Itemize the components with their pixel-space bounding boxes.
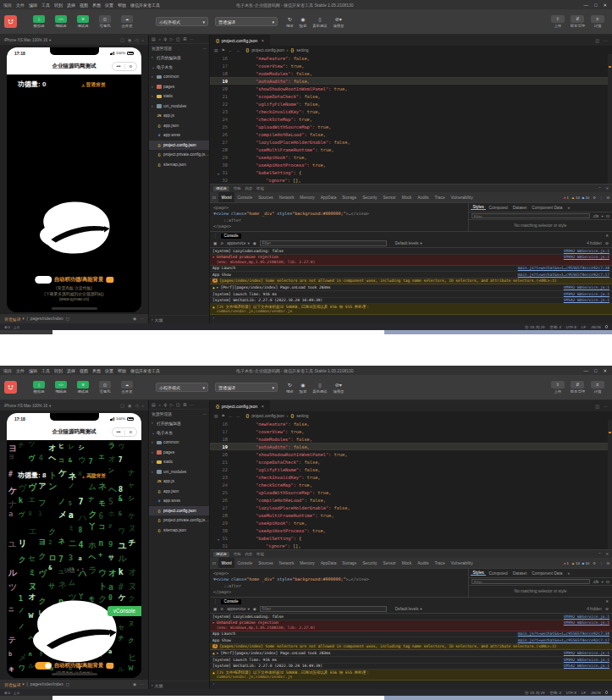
devtools-tab[interactable]: Wxml (218, 192, 234, 202)
tree-item[interactable]: {} project.private.config.js… (149, 515, 209, 526)
gear-icon[interactable]: ⚙ (593, 196, 596, 200)
status-item[interactable]: LF (582, 325, 586, 329)
devtools-tab[interactable]: Sensor (380, 558, 399, 568)
status-item[interactable]: 空格: 4 (549, 325, 560, 329)
exit-icon[interactable]: ⊙ (130, 430, 133, 434)
console-message[interactable]: App Launch main.js?t=wechat&s=1…c95565f4… (210, 631, 612, 638)
live-expression-icon[interactable]: ◉ (253, 241, 256, 245)
eye-icon[interactable]: ◉ (133, 317, 136, 321)
minimize-button[interactable]: — (584, 368, 589, 373)
breadcrumb-node[interactable]: setting (296, 48, 308, 52)
menu-item[interactable]: 界面 (92, 368, 101, 373)
errors-indicator[interactable]: ⊗0 (4, 325, 10, 329)
code-line[interactable]: 29 "useApiHook": true, (210, 519, 612, 526)
menu-item[interactable]: 视图 (80, 3, 88, 8)
page-path[interactable]: pages/index/index (30, 317, 63, 321)
outline-section[interactable]: › 大纲 (149, 681, 209, 689)
element-state-icon[interactable]: ⊡ (606, 580, 609, 584)
simulator-toolbar-icon[interactable]: ⌕ (141, 37, 144, 43)
code-line[interactable]: 25 "uploadWithSourceMap": true, (210, 488, 612, 496)
auto-merit-toggle[interactable] (35, 276, 52, 284)
editor-scrollbar[interactable] (608, 420, 612, 549)
copy-path-icon[interactable]: ▢ (66, 682, 70, 686)
copy-path-icon[interactable]: ▢ (66, 317, 70, 321)
close-icon[interactable]: ✕ (605, 599, 609, 604)
cls-toggle[interactable]: .cls (593, 214, 598, 218)
explorer-toolbar-icon[interactable]: ⋯ (190, 402, 194, 407)
explorer-toolbar-icon[interactable]: ▷ (170, 36, 174, 41)
console-sidebar-icon[interactable]: ▣ (213, 607, 217, 611)
menu-item[interactable]: 项目 (3, 3, 12, 8)
source-link[interactable]: VM992 WAService.js:1 (564, 255, 609, 259)
explorer-toolbar-icon[interactable]: ⌕ (158, 402, 161, 408)
compile-select[interactable]: 普通编译 ▾ (215, 383, 278, 392)
code-line[interactable]: 25 "uploadWithSourceMap": true, (210, 123, 612, 130)
devtools-tab[interactable]: Vulnerability (448, 192, 476, 202)
styles-pane-tab[interactable]: Dataset (510, 206, 529, 210)
menu-item[interactable]: 编辑 (29, 368, 37, 373)
cls-toggle[interactable]: .cls (593, 580, 598, 584)
source-link[interactable]: VM992 WAService.js:1 (564, 285, 609, 289)
panel-toggle-button[interactable]: ▯ 模拟器 (30, 15, 47, 29)
tree-item[interactable]: # app.wxss (149, 496, 209, 506)
editor-toolbar-icon[interactable]: ⚑ (222, 414, 225, 418)
code-line[interactable]: 20 "showShadowRootInWxmlPanel": true, (210, 85, 612, 92)
editor-toolbar-icon[interactable]: ⚑ (222, 48, 225, 52)
issue-badge[interactable]: ■10 (582, 196, 589, 200)
code-line[interactable]: 27 "lazyloadPlaceHolderEnable": false, (210, 138, 612, 146)
devtools-tab[interactable]: Trace (432, 558, 448, 568)
live-expression-icon[interactable]: ◉ (253, 607, 256, 611)
devtools-tab[interactable]: Sources (256, 192, 277, 202)
panel-toggle-button[interactable]: ☁ 云开发 (119, 381, 135, 394)
console-drawer-tab[interactable]: Console (221, 599, 242, 604)
background-mode-button[interactable]: ▲ 高能背景 (81, 472, 106, 480)
vconsole-button[interactable]: vConsole (108, 606, 141, 616)
code-line[interactable]: 24 "checkSiteMap": true, (210, 481, 612, 488)
status-item[interactable]: 空格: 4 (549, 691, 560, 695)
console-message[interactable]: ▲ ▸ [Perf][pages/index/index] Page.onLoa… (210, 650, 612, 657)
more-icon[interactable]: ⋯ (604, 38, 608, 43)
expand-arrow-icon[interactable]: ▸ (212, 255, 215, 259)
explorer-toolbar-icon[interactable]: ψ (164, 36, 168, 41)
source-link[interactable]: VM992 WAService.js:1 (564, 658, 609, 662)
explorer-toolbar-icon[interactable]: ▤ (152, 36, 156, 41)
issue-badge[interactable]: ●1 (564, 561, 569, 565)
console-message[interactable]: 1 [pages/index/index] Some selectors are… (210, 644, 612, 651)
editor-toolbar-icon[interactable]: → (236, 48, 240, 52)
source-link[interactable]: VM992 WAService.js:1 (564, 620, 609, 625)
tree-item[interactable]: › uni_modules (149, 102, 209, 112)
close-button[interactable]: ✕ (603, 368, 607, 373)
editor-scrollbar[interactable] (608, 54, 612, 184)
devtools-tab[interactable]: Audits (415, 192, 432, 202)
status-item[interactable]: 行 19, 列 29 (526, 325, 545, 329)
capsule-menu[interactable]: ••• ⊙ (112, 62, 137, 71)
clear-console-icon[interactable]: ⊘ (220, 241, 223, 245)
panel-toggle-button[interactable]: ◫ 可视化 (96, 15, 113, 29)
bell-icon[interactable] (605, 325, 609, 328)
tree-item[interactable]: › static (149, 457, 209, 467)
code-line[interactable]: 24 "checkSiteMap": true, (210, 115, 612, 123)
release-action-button[interactable]: ≡ 详情 (591, 381, 604, 394)
release-action-button[interactable]: ⇵ 版本管理 (571, 381, 585, 394)
console-message[interactable]: ▲ ▸ [Perf][pages/index/index] Page.onLoa… (210, 284, 612, 291)
breadcrumb-file[interactable]: project.config.json (251, 414, 284, 418)
styles-pane-tab[interactable]: Styles (471, 570, 486, 576)
devtools-tab[interactable]: Memory (297, 558, 317, 568)
split-editor-icon[interactable]: ◫ (595, 404, 599, 409)
code-line[interactable]: 26 "compileHotReLoad": false, (210, 496, 612, 504)
more-icon[interactable]: ⋯ (202, 412, 207, 416)
devtools-tab[interactable]: Vulnerability (448, 558, 476, 568)
open-editors-section[interactable]: › 打开的编辑器 (149, 418, 209, 428)
debugger-panel-tab[interactable]: 终端 (256, 552, 264, 557)
close-icon[interactable]: × (262, 38, 264, 43)
menu-item[interactable]: 微信开发者工具 (130, 368, 160, 373)
editor-toolbar-icon[interactable]: → (236, 414, 240, 418)
compile-mode-select[interactable]: 普通编译 ▾ (4, 317, 25, 322)
console-message[interactable]: [system] LazyCodeLoading: false VM992 WA… (210, 248, 612, 255)
editor-toolbar-icon[interactable]: ← (229, 414, 233, 418)
menu-item[interactable]: 设置 (105, 3, 113, 8)
inspect-icon[interactable]: ⊡ (212, 196, 216, 200)
devtools-tab[interactable]: Network (276, 558, 297, 568)
kebab-menu-icon[interactable]: ⋮ (599, 196, 603, 200)
minimize-button[interactable]: — (584, 3, 589, 8)
